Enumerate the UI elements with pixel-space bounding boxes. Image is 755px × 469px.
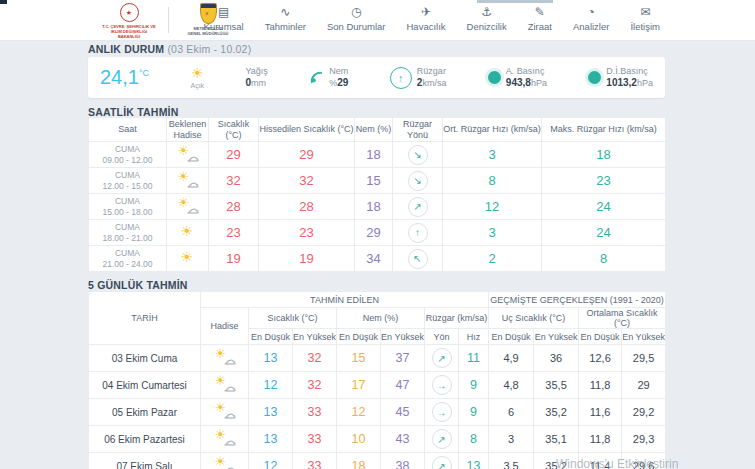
feels-cell: 23 — [259, 220, 355, 246]
wind-direction-icon: ↘ — [408, 145, 428, 165]
sun-icon: ☀☁ — [177, 223, 199, 239]
wind-label: Rüzgar — [417, 66, 447, 77]
header-sicaklik-group: Sıcaklık (°C) — [249, 308, 337, 329]
anlik-subtitle: (03 Ekim - 10.02) — [167, 43, 251, 55]
header-sicaklik: Sıcaklık (°C) — [209, 118, 259, 142]
header-en-yuksek: En Yüksek — [622, 329, 666, 345]
humidity-cell: 15 — [355, 168, 393, 194]
temp-max-cell: 32 — [293, 372, 337, 399]
hum-min-cell: 12 — [337, 399, 381, 426]
nav-label: Denizcilik — [467, 21, 507, 32]
hourly-row: CUMA21.00 - 24.00 ☀☁ 19 19 34 ↖ 2 8 — [89, 246, 666, 272]
weather-icon-cell: ☀☁ — [167, 194, 209, 220]
daily-row: 06 Ekim Pazartesi ☀☁ 13 33 10 43 ↗ 8 3 3… — [89, 426, 666, 453]
temp-max-cell: 33 — [293, 399, 337, 426]
daily-row: 03 Ekim Cuma ☀☁ 13 32 15 37 ↗ 11 4,9 36 … — [89, 345, 666, 372]
pressure2-label: D.İ.Basınç — [606, 66, 653, 77]
weather-icon-cell: ☀☁ — [167, 142, 209, 168]
precipitation-stat: Yağış 0mm — [246, 66, 268, 90]
header-en-yuksek: En Yüksek — [381, 329, 425, 345]
hum-min-cell: 10 — [337, 426, 381, 453]
temp-max-cell: 33 — [293, 453, 337, 469]
hourly-header-row: Saat BeklenenHadise Sıcaklık (°C) Hissed… — [89, 118, 666, 142]
building-icon: ▤ — [218, 6, 229, 19]
wind-dir-cell: ↖ — [393, 246, 443, 272]
time-cell: CUMA09.00 - 12.00 — [89, 142, 167, 168]
wind-direction-icon: ↗ — [432, 429, 452, 449]
sun-cloud-icon: ☀☁ — [177, 197, 199, 213]
weather-icon-cell: ☀☁ — [201, 399, 249, 426]
ext-min-cell: 4,8 — [489, 372, 534, 399]
hourly-row: CUMA15.00 - 18.00 ☀☁ 28 28 18 ↗ 12 24 — [89, 194, 666, 220]
max-wind-cell: 24 — [542, 220, 666, 246]
temp-cell: 29 — [209, 142, 259, 168]
hum-max-cell: 37 — [381, 345, 425, 372]
sun-cloud-icon: ☀☁ — [214, 375, 236, 391]
mgm-weather-page: ★ T.C. ÇEVRE, ŞEHİRCİLİK VE İKLİM DEĞİŞİ… — [0, 0, 755, 469]
ministry-emblem-icon: ★ — [120, 3, 139, 22]
ext-min-cell: 3 — [489, 426, 534, 453]
nav-label: Havacılık — [407, 21, 446, 32]
avg-max-cell: 29,3 — [622, 426, 666, 453]
date-cell: 04 Ekim Cumartesi — [89, 372, 201, 399]
ext-min-cell: 3,5 — [489, 453, 534, 469]
nav-label: Tahminler — [265, 21, 306, 32]
humidity-cell: 29 — [355, 220, 393, 246]
ext-min-cell: 6 — [489, 399, 534, 426]
ext-max-cell: 35,2 — [534, 399, 579, 426]
temp-max-cell: 33 — [293, 426, 337, 453]
ext-min-cell: 4,9 — [489, 345, 534, 372]
wind-dir-cell: → — [425, 372, 459, 399]
sun-cloud-icon: ☀☁ — [214, 402, 236, 418]
nav-item-iletisim[interactable]: ✉ İletişim — [630, 6, 660, 32]
avg-wind-cell: 3 — [443, 220, 542, 246]
avg-min-cell: 11,6 — [579, 399, 622, 426]
sailboat-icon: ⚓ — [481, 6, 492, 19]
precip-label: Yağış — [246, 66, 268, 77]
feels-cell: 28 — [259, 194, 355, 220]
section-title-5-gunluk-tahmin: 5 GÜNLÜK TAHMİN — [88, 279, 188, 291]
nav-item-son-durumlar[interactable]: ◷ Son Durumlar — [327, 6, 386, 32]
sun-cloud-icon: ☀☁ — [214, 456, 236, 469]
nav-item-tahminler[interactable]: ∿ Tahminler — [265, 6, 306, 32]
temp-min-cell: 12 — [249, 453, 293, 469]
wind-dir-cell: ↗ — [425, 345, 459, 372]
pressure-dot-icon — [588, 71, 601, 84]
header-nem-group: Nem (%) — [337, 308, 425, 329]
temp-cell: 19 — [209, 246, 259, 272]
ext-max-cell: 35,5 — [534, 372, 579, 399]
active-tab-strip — [477, 0, 553, 3]
nav-item-havacilik[interactable]: ✈ Havacılık — [407, 6, 446, 32]
header-gecmiste-gerceklesen: GEÇMİŞTE GERÇEKLEŞEN (1991 - 2020) — [489, 292, 666, 308]
weather-icon-cell: ☀☁ — [167, 168, 209, 194]
nav-item-analizler[interactable]: ◔ Analizler — [573, 6, 609, 32]
header-hiz: Hız — [459, 329, 489, 345]
nav-item-ziraat[interactable]: ✎ Ziraat — [528, 6, 552, 32]
header-maks-ruzgar: Maks. Rüzgar Hızı (km/sa) — [542, 118, 666, 142]
header-yon: Yön — [425, 329, 459, 345]
temp-cell: 28 — [209, 194, 259, 220]
header-ruzgar-yonu: Rüzgar Yönü — [393, 118, 443, 142]
date-cell: 07 Ekim Salı — [89, 453, 201, 469]
current-conditions-card: 24,1°C ☀ Açık Yağış 0mm Nem %29 ↑ R — [88, 57, 665, 98]
date-cell: 03 Ekim Cuma — [89, 345, 201, 372]
ministry-logo[interactable]: ★ T.C. ÇEVRE, ŞEHİRCİLİK VE İKLİM DEĞİŞİ… — [100, 3, 158, 40]
temp-cell: 32 — [209, 168, 259, 194]
wind-dir-cell: ↗ — [425, 426, 459, 453]
top-bar: ★ T.C. ÇEVRE, ŞEHİRCİLİK VE İKLİM DEĞİŞİ… — [0, 0, 755, 41]
header-uc-sicaklik-group: Uç Sıcaklık (°C) — [489, 308, 579, 329]
weather-icon-cell: ☀☁ — [201, 453, 249, 469]
wind-speed-cell: 9 — [459, 399, 489, 426]
sea-level-pressure-stat: D.İ.Basınç 1013,2hPa — [588, 66, 653, 90]
weather-icon-cell: ☀☁ — [201, 345, 249, 372]
main-nav: ▤ Kurumsal ∿ Tahminler ◷ Son Durumlar ✈ … — [204, 6, 660, 32]
time-cell: CUMA15.00 - 18.00 — [89, 194, 167, 220]
daily-title: 5 GÜNLÜK TAHMİN — [88, 279, 188, 291]
hourly-forecast-table: Saat BeklenenHadise Sıcaklık (°C) Hissed… — [88, 117, 666, 272]
nav-label: İletişim — [630, 21, 660, 32]
nav-item-denizcilik[interactable]: ⚓ Denizcilik — [467, 6, 507, 32]
time-cell: CUMA18.00 - 21.00 — [89, 220, 167, 246]
header-en-yuksek: En Yüksek — [534, 329, 579, 345]
nav-item-kurumsal[interactable]: ▤ Kurumsal — [204, 6, 244, 32]
hum-max-cell: 45 — [381, 399, 425, 426]
